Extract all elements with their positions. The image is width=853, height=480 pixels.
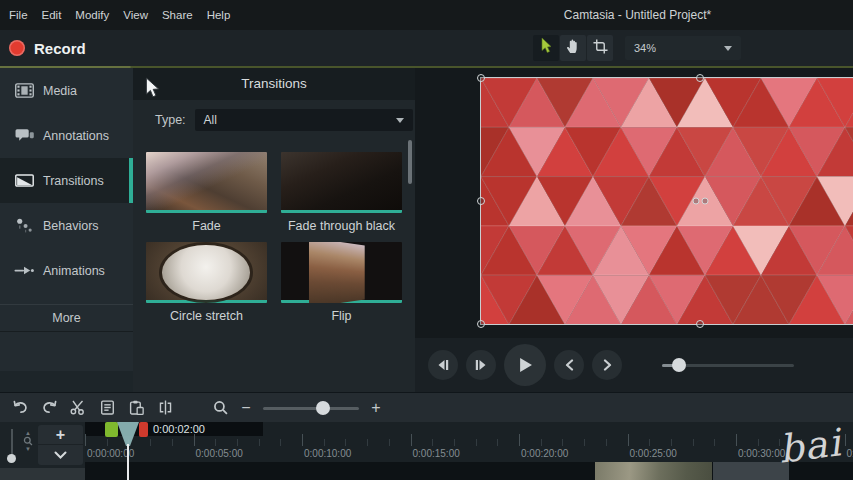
menu-share[interactable]: Share bbox=[162, 9, 193, 21]
playback-volume-slider[interactable] bbox=[662, 358, 794, 372]
panel-scrollbar[interactable] bbox=[408, 140, 412, 184]
track-head-strip bbox=[0, 468, 85, 480]
playhead-out-handle[interactable] bbox=[139, 422, 148, 437]
sidebar-item-label: Animations bbox=[43, 264, 105, 278]
menu-edit[interactable]: Edit bbox=[42, 9, 62, 21]
ruler-tick bbox=[519, 434, 520, 446]
timeline-clip-video[interactable] bbox=[595, 462, 712, 480]
timeline-zoom-slider[interactable] bbox=[263, 401, 359, 415]
ruler-tick bbox=[476, 439, 477, 446]
ruler-tick bbox=[367, 439, 368, 446]
timeline-zoom-search-button[interactable] bbox=[208, 397, 232, 419]
slider-knob[interactable] bbox=[672, 358, 686, 372]
selection-handle-mid-left[interactable] bbox=[477, 197, 485, 205]
sidebar-item-transitions[interactable]: Transitions bbox=[0, 158, 133, 203]
sidebar-item-label: Behaviors bbox=[43, 219, 99, 233]
play-button[interactable] bbox=[504, 344, 546, 386]
canvas-media[interactable] bbox=[481, 78, 853, 324]
sidebar-item-media[interactable]: Media bbox=[0, 68, 133, 113]
menu-view[interactable]: View bbox=[123, 9, 148, 21]
menu-items: FileEditModifyViewShareHelp bbox=[9, 9, 244, 21]
menu-file[interactable]: File bbox=[9, 9, 28, 21]
ruler-tick bbox=[259, 439, 260, 446]
undo-icon bbox=[12, 400, 29, 415]
watermark: bai bbox=[777, 422, 844, 472]
sidebar-item-behaviors[interactable]: Behaviors bbox=[0, 203, 133, 248]
sidebar-item-annotations[interactable]: Annotations bbox=[0, 113, 133, 158]
transition-card-fade-through-black[interactable]: Fade through black bbox=[281, 152, 402, 233]
collapse-tracks-button[interactable] bbox=[38, 445, 83, 465]
selection-handle-bottom-left[interactable] bbox=[477, 320, 485, 328]
timeline-clip[interactable] bbox=[713, 462, 789, 480]
undo-button[interactable] bbox=[8, 397, 32, 419]
selection-rotate-handle[interactable] bbox=[702, 198, 709, 205]
sidebar-item-more[interactable]: More bbox=[0, 304, 133, 332]
sidebar-item-animations[interactable]: Animations bbox=[0, 248, 133, 293]
canvas-zoom-value: 34% bbox=[634, 42, 724, 54]
menu-modify[interactable]: Modify bbox=[75, 9, 109, 21]
step-back-button[interactable] bbox=[428, 350, 458, 380]
playhead-time: 0:00:02:00 bbox=[153, 423, 205, 435]
type-label: Type: bbox=[155, 113, 186, 127]
previous-button[interactable] bbox=[554, 350, 584, 380]
timeline-zoom-group: −+ bbox=[208, 397, 385, 419]
ruler-time-label: 0:00:05:00 bbox=[196, 448, 243, 459]
playhead-line[interactable] bbox=[127, 444, 129, 480]
transition-card-circle-stretch[interactable]: Circle stretch bbox=[146, 242, 267, 323]
transition-card-flip[interactable]: Flip bbox=[281, 242, 402, 323]
track-zoom-mini[interactable]: ▲ ▼ bbox=[22, 430, 34, 452]
ruler-tick bbox=[150, 439, 151, 446]
copy-icon bbox=[100, 400, 115, 415]
ruler-tick bbox=[85, 434, 86, 446]
ruler-tick bbox=[194, 434, 195, 446]
transition-label: Flip bbox=[281, 309, 402, 323]
cut-button[interactable] bbox=[66, 397, 90, 419]
chevron-down-icon bbox=[396, 118, 404, 123]
transition-thumbnail-circle-stretch bbox=[146, 242, 267, 303]
ruler-tick bbox=[714, 439, 715, 446]
canvas-zoom-dropdown[interactable]: 34% bbox=[625, 36, 741, 60]
track-height-slider-knob[interactable] bbox=[7, 454, 16, 463]
redo-button[interactable] bbox=[37, 397, 61, 419]
mouse-cursor-icon bbox=[145, 77, 160, 103]
transition-card-fade[interactable]: Fade bbox=[146, 152, 267, 233]
selection-center-handle[interactable] bbox=[693, 198, 700, 205]
behaviors-icon bbox=[14, 216, 34, 236]
ruler-time-label: 0:00:20:00 bbox=[521, 448, 568, 459]
copy-button[interactable] bbox=[95, 397, 119, 419]
redo-icon bbox=[41, 400, 58, 415]
ruler-tick bbox=[736, 434, 737, 446]
timeline-zoom-in-button[interactable]: + bbox=[367, 399, 385, 417]
selection-handle-top-mid[interactable] bbox=[696, 74, 704, 82]
ruler-tick bbox=[606, 439, 607, 446]
add-track-button[interactable]: + bbox=[38, 425, 83, 445]
playhead-in-handle[interactable] bbox=[105, 422, 118, 437]
record-button[interactable]: Record bbox=[9, 37, 86, 59]
ruler-tick bbox=[541, 439, 542, 446]
sidebar-footer bbox=[0, 371, 133, 392]
timeline-zoom-out-button[interactable]: − bbox=[237, 399, 255, 417]
ruler-time-label: 0:00:35:00 bbox=[847, 448, 853, 459]
select-tool-button[interactable] bbox=[533, 35, 559, 61]
split-icon bbox=[158, 400, 173, 415]
menu-help[interactable]: Help bbox=[207, 9, 231, 21]
next-button[interactable] bbox=[592, 350, 622, 380]
split-button[interactable] bbox=[153, 397, 177, 419]
selection-handle-bottom-mid[interactable] bbox=[696, 320, 704, 328]
magnifier-icon bbox=[23, 436, 33, 446]
callout-icon bbox=[14, 126, 34, 146]
slider-knob[interactable] bbox=[316, 401, 330, 415]
play-icon bbox=[518, 357, 533, 373]
paste-button[interactable] bbox=[124, 397, 148, 419]
crop-tool-button[interactable] bbox=[587, 35, 613, 61]
ruler-tick bbox=[432, 439, 433, 446]
cursor-icon bbox=[538, 37, 554, 59]
type-dropdown-value: All bbox=[204, 113, 396, 127]
type-dropdown[interactable]: All bbox=[195, 109, 413, 131]
pan-tool-button[interactable] bbox=[560, 35, 586, 61]
ruler-tick bbox=[693, 439, 694, 446]
ruler-tick bbox=[237, 439, 238, 446]
selection-handle-top-left[interactable] bbox=[477, 74, 485, 82]
step-forward-button[interactable] bbox=[466, 350, 496, 380]
paste-icon bbox=[129, 400, 144, 415]
